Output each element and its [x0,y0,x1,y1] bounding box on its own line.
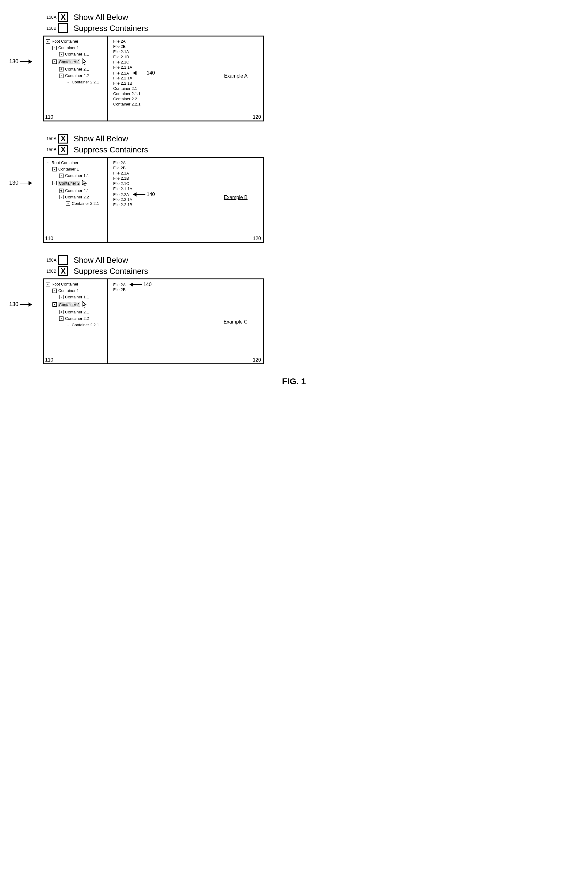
expander-icon[interactable]: + [59,310,63,314]
expander-icon[interactable]: - [52,289,57,293]
control-row-show-all: 150AXShow All Below [43,12,579,22]
tree-item[interactable]: -Container 1 [52,167,105,171]
tree-item-label: Container 2.2 [65,73,89,78]
expander-icon[interactable]: - [46,161,50,165]
callout-130: 130 [9,180,34,186]
file-item[interactable]: File 2.1C [113,181,261,186]
ref-150b: 150B [43,268,57,274]
ref-150b: 150B [43,147,57,152]
tree-item[interactable]: -Container 2.2.1 [66,201,105,206]
expander-icon[interactable]: - [59,316,63,321]
tree-item[interactable]: -Container 1.1 [59,173,105,178]
file-item[interactable]: File 2.2A [113,192,129,197]
tree-item[interactable]: -Container 2.2 [59,316,105,321]
tree-item[interactable]: +Container 2.1 [59,188,105,193]
expander-icon[interactable]: - [59,52,63,56]
tree-item-label: Container 2.2.1 [72,80,99,84]
expander-icon[interactable]: - [59,195,63,199]
expander-icon[interactable]: - [52,60,57,64]
expander-icon[interactable]: - [46,39,50,43]
checkbox-show-all[interactable]: X [58,134,68,144]
file-item[interactable]: File 2B [113,44,261,49]
tree-item[interactable]: -Root Container [46,39,105,43]
tree-item[interactable]: +Container 2.1 [59,310,105,314]
expander-icon[interactable]: - [59,174,63,178]
tree-item[interactable]: -Container 1.1 [59,295,105,299]
expander-icon[interactable]: + [59,189,63,193]
tree-item[interactable]: -Container 1.1 [59,52,105,56]
file-item[interactable]: File 2.2.1B [113,202,261,207]
explorer-window: -Root Container-Container 1-Container 1.… [43,279,264,364]
arrow-left-icon [133,194,146,195]
tree-item[interactable]: -Container 2.2.1 [66,80,105,84]
tree-item-label: Container 2 [58,59,80,64]
tree-item[interactable]: -Root Container [46,160,105,165]
file-item[interactable]: File 2.2A [113,71,129,75]
checkbox-show-all[interactable]: X [58,12,68,22]
file-item[interactable]: Container 2.2 [113,97,261,101]
expander-icon[interactable]: - [59,73,63,78]
expander-icon[interactable]: - [66,201,70,206]
file-item[interactable]: File 2.1B [113,55,261,59]
callout-140: 140 [131,192,155,197]
callout-140-text: 140 [147,70,155,76]
file-item[interactable]: File 2.1A [113,171,261,175]
tree-item[interactable]: -Container 2 [52,58,105,65]
tree-item[interactable]: -Container 2 [52,180,105,186]
tree-item-label: Container 1.1 [65,52,89,56]
file-item[interactable]: File 2B [113,166,261,170]
tree-item-label: Container 2.2.1 [72,322,99,327]
file-item[interactable]: File 2.1.1A [113,186,261,191]
tree-item-label: Root Container [51,39,78,43]
explorer-window: -Root Container-Container 1-Container 1.… [43,36,264,121]
file-item[interactable]: File 2A [113,160,261,165]
checkbox-suppress[interactable]: X [58,145,68,154]
tree-item[interactable]: +Container 2.1 [59,67,105,72]
checkbox-show-all[interactable] [58,255,68,265]
tree-item[interactable]: -Container 2 [52,301,105,308]
tree-item-label: Container 2.2 [65,316,89,321]
expander-icon[interactable]: - [52,167,57,171]
file-item[interactable]: File 2B [113,287,261,292]
expander-icon[interactable]: - [66,323,70,327]
file-pane: File 2AFile 2BFile 2.1AFile 2.1BFile 2.1… [108,36,263,120]
file-item[interactable]: File 2.1A [113,49,261,54]
example-label: Example A [224,73,248,79]
file-item[interactable]: File 2.1C [113,60,261,64]
expander-icon[interactable]: - [46,282,50,286]
arrow-right-icon [20,183,32,183]
tree-item[interactable]: -Container 2.2 [59,73,105,78]
tree-item[interactable]: -Root Container [46,282,105,286]
checkbox-suppress[interactable]: X [58,266,68,276]
file-item[interactable]: Container 2.1.1 [113,91,261,96]
tree-item-label: Container 2.2 [65,195,89,199]
tree-item[interactable]: -Container 1 [52,45,105,50]
callout-140-text: 140 [143,282,152,287]
tree-item[interactable]: -Container 2.2.1 [66,322,105,327]
ref-120: 120 [253,114,261,120]
file-item[interactable]: File 2.1.1A [113,65,261,70]
expander-icon[interactable]: - [52,46,57,50]
callout-130: 130 [9,58,34,65]
callout-140: 140 [128,282,152,287]
tree-item-label: Container 2.1 [65,67,89,72]
tree-item[interactable]: -Container 2.2 [59,195,105,199]
control-row-suppress: 150BXSuppress Containers [43,145,579,154]
file-item[interactable]: File 2.2.1B [113,81,261,85]
arrow-right-icon [20,61,32,62]
file-item[interactable]: File 2.1B [113,176,261,181]
expander-icon[interactable]: - [52,181,57,185]
tree-item[interactable]: -Container 1 [52,288,105,293]
expander-icon[interactable]: + [59,67,63,72]
checkbox-suppress[interactable] [58,23,68,33]
expander-icon[interactable]: - [66,80,70,84]
file-item[interactable]: Container 2.2.1 [113,102,261,106]
file-item[interactable]: File 2A [113,282,126,287]
callout-130-text: 130 [9,180,18,186]
expander-icon[interactable]: - [59,295,63,299]
file-item[interactable]: File 2A [113,39,261,43]
tree-item-label: Root Container [51,160,78,165]
file-item[interactable]: Container 2.1 [113,86,261,91]
arrow-left-icon [133,73,146,73]
expander-icon[interactable]: - [52,302,57,307]
